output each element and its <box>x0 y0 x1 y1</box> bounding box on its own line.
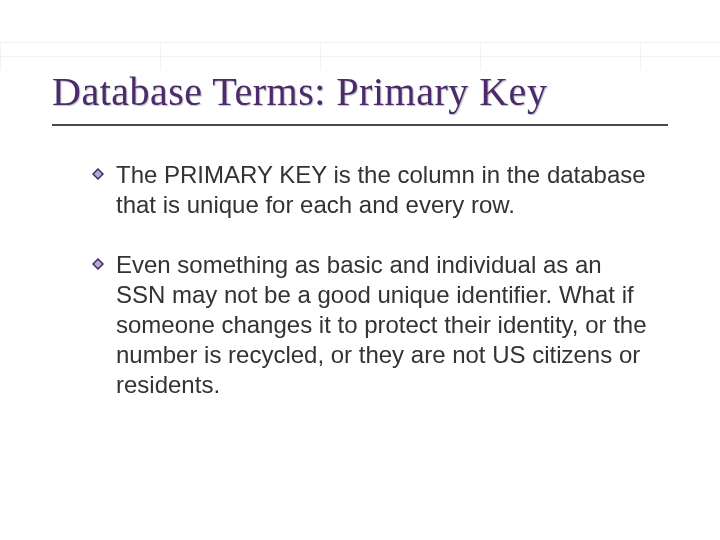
bullet-item: The PRIMARY KEY is the column in the dat… <box>92 160 652 220</box>
slide-body: The PRIMARY KEY is the column in the dat… <box>92 160 652 430</box>
title-underline <box>52 124 668 126</box>
slide: Database Terms: Primary Key The PRIMARY … <box>0 0 720 540</box>
diamond-bullet-icon <box>92 258 104 270</box>
slide-title: Database Terms: Primary Key <box>52 68 680 115</box>
bullet-item: Even something as basic and individual a… <box>92 250 652 400</box>
bullet-text: The PRIMARY KEY is the column in the dat… <box>116 161 646 218</box>
decorative-grid <box>0 42 720 70</box>
diamond-bullet-icon <box>92 168 104 180</box>
bullet-text: Even something as basic and individual a… <box>116 251 647 398</box>
